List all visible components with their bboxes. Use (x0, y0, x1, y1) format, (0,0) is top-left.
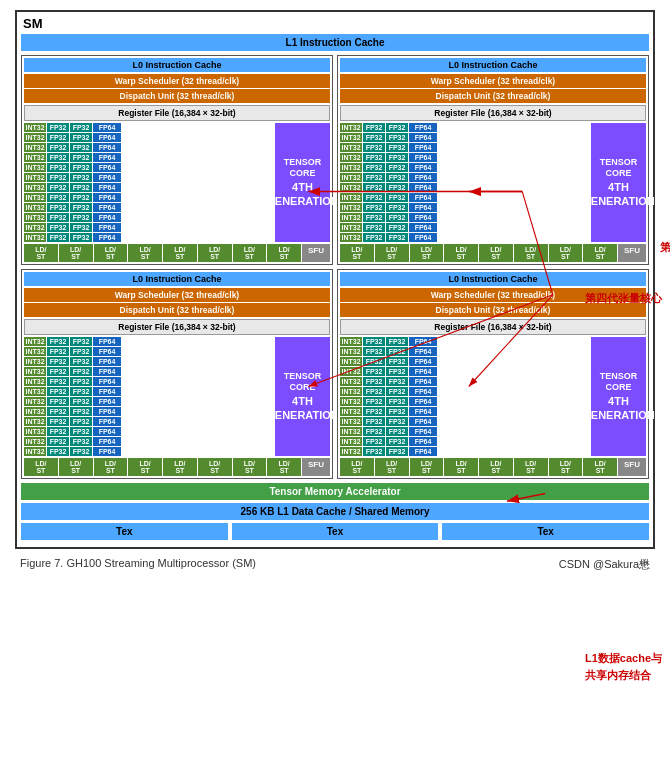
tex-cell-2: Tex (232, 523, 439, 540)
reg-row: INT32FP32FP32FP64 (340, 337, 589, 346)
sfu-row-q1: LD/ST LD/ST LD/ST LD/ST LD/ST LD/ST LD/S… (24, 244, 330, 262)
reg-rows-q4: INT32FP32FP32FP64 INT32FP32FP32FP64 INT3… (340, 337, 589, 456)
reg-row: INT32FP32FP32FP64 (340, 143, 589, 152)
ldst-cell: LD/ST (267, 244, 301, 262)
reg-row: INT32FP32FP32FP64 (24, 133, 273, 142)
sfu-label: SFU (618, 244, 646, 262)
reg-row: INT32FP32FP32FP64 (340, 153, 589, 162)
sfu-row-q3: LD/ST LD/ST LD/ST LD/ST LD/ST LD/ST LD/S… (24, 458, 330, 476)
reg-row: INT32FP32FP32FP64 (24, 357, 273, 366)
ldst-cell: LD/ST (549, 244, 583, 262)
reg-row: INT32FP32FP32FP64 (24, 123, 273, 132)
figure-caption: Figure 7. GH100 Streaming Multiprocessor… (15, 557, 655, 572)
reg-row: INT32FP32FP32FP64 (340, 367, 589, 376)
ldst-cell: LD/ST (94, 244, 128, 262)
ldst-cell: LD/ST (514, 244, 548, 262)
ldst-cell: LD/ST (198, 244, 232, 262)
reg-area-q4: INT32FP32FP32FP64 INT32FP32FP32FP64 INT3… (340, 337, 646, 456)
ldst-cell: LD/ST (233, 458, 267, 476)
annotation-tensor-core: 第四代张量核心 (660, 240, 670, 255)
reg-row: INT32FP32FP32FP64 (340, 357, 589, 366)
tma-bar: Tensor Memory Accelerator (21, 483, 649, 500)
reg-row: INT32FP32FP32FP64 (340, 387, 589, 396)
tex-cell-1: Tex (21, 523, 228, 540)
tensor-gen-text: 4TH GENERATION (582, 180, 655, 209)
reg-area-q1: INT32FP32FP32FP64 INT32FP32FP32FP64 INT3… (24, 123, 330, 242)
dispatch-q1: Dispatch Unit (32 thread/clk) (24, 89, 330, 103)
ldst-cell: LD/ST (444, 244, 478, 262)
quadrants-grid: L0 Instruction Cache Warp Scheduler (32 … (21, 55, 649, 479)
tensor-core-text: TENSOR CORE (593, 157, 644, 180)
int32-cell: INT32 (24, 123, 46, 132)
reg-file-q4: Register File (16,384 × 32-bit) (340, 319, 646, 335)
quadrant-top-left: L0 Instruction Cache Warp Scheduler (32 … (21, 55, 333, 265)
sm-container: SM L1 Instruction Cache L0 Instruction C… (15, 10, 655, 549)
tex-row: Tex Tex Tex (21, 523, 649, 540)
ldst-cell: LD/ST (267, 458, 301, 476)
reg-row: INT32FP32FP32FP64 (24, 337, 273, 346)
reg-row: INT32FP32FP32FP64 (24, 223, 273, 232)
reg-row: INT32FP32FP32FP64 (340, 437, 589, 446)
reg-row: INT32FP32FP32FP64 (24, 387, 273, 396)
ldst-cell: LD/ST (444, 458, 478, 476)
fp32-cell: FP32 (70, 123, 92, 132)
l1-data-cache-bar: 256 KB L1 Data Cache / Shared Memory (21, 503, 649, 520)
ldst-cell: LD/ST (514, 458, 548, 476)
tex-cell-3: Tex (442, 523, 649, 540)
reg-row: INT32FP32FP32FP64 (24, 417, 273, 426)
warp-scheduler-q3: Warp Scheduler (32 thread/clk) (24, 288, 330, 302)
tensor-core-text: TENSOR CORE (593, 371, 644, 394)
tensor-core-text: TENSOR CORE (277, 371, 328, 394)
ldst-cell: LD/ST (24, 244, 58, 262)
dispatch-q3: Dispatch Unit (32 thread/clk) (24, 303, 330, 317)
outer-container: SM L1 Instruction Cache L0 Instruction C… (0, 0, 670, 582)
ldst-cell: LD/ST (410, 458, 444, 476)
dispatch-q2: Dispatch Unit (32 thread/clk) (340, 89, 646, 103)
reg-row: INT32FP32FP32FP64 (24, 233, 273, 242)
ldst-cell: LD/ST (340, 244, 374, 262)
ldst-cell: LD/ST (583, 244, 617, 262)
reg-row: INT32FP32FP32FP64 (24, 163, 273, 172)
reg-file-q2: Register File (16,384 × 32-bit) (340, 105, 646, 121)
ldst-cell: LD/ST (128, 244, 162, 262)
sfu-row-q2: LD/ST LD/ST LD/ST LD/ST LD/ST LD/ST LD/S… (340, 244, 646, 262)
reg-rows-q2: INT32FP32FP32FP64 INT32FP32FP32FP64 INT3… (340, 123, 589, 242)
figure-caption-text: Figure 7. GH100 Streaming Multiprocessor… (20, 557, 256, 569)
ldst-cell: LD/ST (233, 244, 267, 262)
reg-row: INT32FP32FP32FP64 (340, 407, 589, 416)
ldst-cell: LD/ST (163, 244, 197, 262)
ldst-cell: LD/ST (59, 458, 93, 476)
reg-row: INT32FP32FP32FP64 (24, 447, 273, 456)
ldst-cell: LD/ST (94, 458, 128, 476)
sfu-label: SFU (618, 458, 646, 476)
ldst-cell: LD/ST (59, 244, 93, 262)
reg-row: INT32FP32FP32FP64 (340, 223, 589, 232)
reg-row: INT32FP32FP32FP64 (340, 233, 589, 242)
sm-wrapper: SM L1 Instruction Cache L0 Instruction C… (15, 10, 655, 549)
reg-row: INT32FP32FP32FP64 (24, 173, 273, 182)
fp64-cell: FP64 (93, 123, 121, 132)
reg-row: INT32FP32FP32FP64 (340, 427, 589, 436)
reg-row: INT32FP32FP32FP64 (340, 417, 589, 426)
ldst-cell: LD/ST (479, 458, 513, 476)
reg-area-q2: INT32FP32FP32FP64 INT32FP32FP32FP64 INT3… (340, 123, 646, 242)
reg-row: INT32FP32FP32FP64 (24, 427, 273, 436)
reg-row: INT32FP32FP32FP64 (340, 173, 589, 182)
l1-instruction-cache-bar: L1 Instruction Cache (21, 34, 649, 51)
reg-row: INT32FP32FP32FP64 (24, 347, 273, 356)
tensor-gen-text: 4TH GENERATION (266, 394, 339, 423)
annotation-label-tensor: 第四代张量核心 (585, 290, 662, 307)
ldst-cell: LD/ST (24, 458, 58, 476)
page-wrapper: SM L1 Instruction Cache L0 Instruction C… (0, 0, 670, 582)
reg-row: INT32FP32FP32FP64 (340, 377, 589, 386)
reg-row: INT32FP32FP32FP64 (340, 133, 589, 142)
tensor-core-q3: TENSOR CORE 4TH GENERATION (275, 337, 330, 456)
reg-row: INT32FP32FP32FP64 (24, 183, 273, 192)
reg-row: INT32FP32FP32FP64 (24, 367, 273, 376)
sfu-row-q4: LD/ST LD/ST LD/ST LD/ST LD/ST LD/ST LD/S… (340, 458, 646, 476)
reg-row: INT32FP32FP32FP64 (340, 163, 589, 172)
reg-row: INT32FP32FP32FP64 (24, 213, 273, 222)
tensor-core-q1: TENSOR CORE 4TH GENERATION (275, 123, 330, 242)
reg-row: INT32FP32FP32FP64 (340, 347, 589, 356)
ldst-cell: LD/ST (410, 244, 444, 262)
